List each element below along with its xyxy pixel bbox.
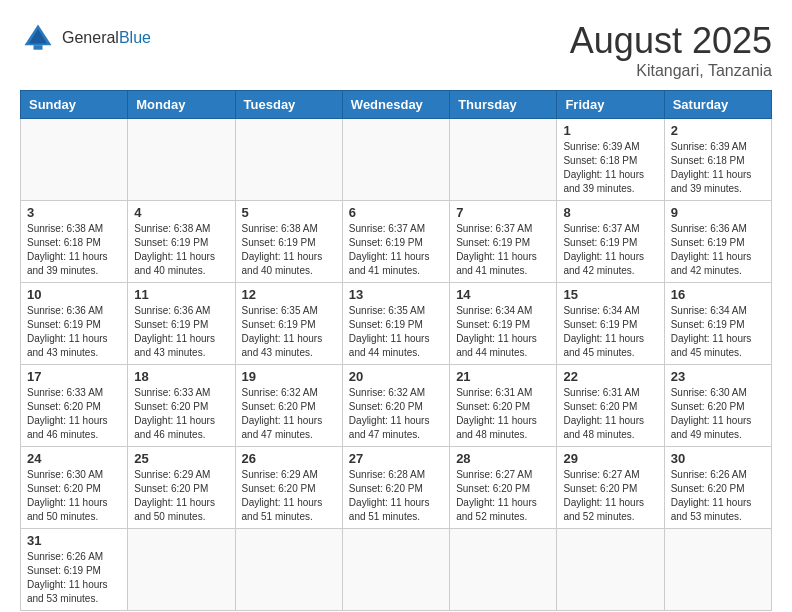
day-number: 20 xyxy=(349,369,443,384)
day-number: 27 xyxy=(349,451,443,466)
calendar-cell: 31Sunrise: 6:26 AMSunset: 6:19 PMDayligh… xyxy=(21,529,128,611)
calendar-cell: 3Sunrise: 6:38 AMSunset: 6:18 PMDaylight… xyxy=(21,201,128,283)
day-info: Sunrise: 6:34 AMSunset: 6:19 PMDaylight:… xyxy=(563,304,657,360)
day-info: Sunrise: 6:34 AMSunset: 6:19 PMDaylight:… xyxy=(671,304,765,360)
day-number: 25 xyxy=(134,451,228,466)
calendar-cell: 7Sunrise: 6:37 AMSunset: 6:19 PMDaylight… xyxy=(450,201,557,283)
calendar-cell: 27Sunrise: 6:28 AMSunset: 6:20 PMDayligh… xyxy=(342,447,449,529)
day-number: 29 xyxy=(563,451,657,466)
day-info: Sunrise: 6:33 AMSunset: 6:20 PMDaylight:… xyxy=(27,386,121,442)
calendar-table: SundayMondayTuesdayWednesdayThursdayFrid… xyxy=(20,90,772,611)
calendar-cell: 25Sunrise: 6:29 AMSunset: 6:20 PMDayligh… xyxy=(128,447,235,529)
calendar-cell xyxy=(235,119,342,201)
calendar-cell xyxy=(235,529,342,611)
logo-icon xyxy=(20,20,56,56)
day-info: Sunrise: 6:36 AMSunset: 6:19 PMDaylight:… xyxy=(134,304,228,360)
day-number: 12 xyxy=(242,287,336,302)
calendar-cell: 20Sunrise: 6:32 AMSunset: 6:20 PMDayligh… xyxy=(342,365,449,447)
day-number: 22 xyxy=(563,369,657,384)
day-number: 11 xyxy=(134,287,228,302)
calendar-cell: 14Sunrise: 6:34 AMSunset: 6:19 PMDayligh… xyxy=(450,283,557,365)
calendar-cell: 30Sunrise: 6:26 AMSunset: 6:20 PMDayligh… xyxy=(664,447,771,529)
calendar-cell xyxy=(664,529,771,611)
calendar-header: SundayMondayTuesdayWednesdayThursdayFrid… xyxy=(21,91,772,119)
day-info: Sunrise: 6:28 AMSunset: 6:20 PMDaylight:… xyxy=(349,468,443,524)
day-info: Sunrise: 6:38 AMSunset: 6:18 PMDaylight:… xyxy=(27,222,121,278)
day-info: Sunrise: 6:26 AMSunset: 6:20 PMDaylight:… xyxy=(671,468,765,524)
day-info: Sunrise: 6:37 AMSunset: 6:19 PMDaylight:… xyxy=(456,222,550,278)
weekday-header-row: SundayMondayTuesdayWednesdayThursdayFrid… xyxy=(21,91,772,119)
day-number: 5 xyxy=(242,205,336,220)
day-info: Sunrise: 6:26 AMSunset: 6:19 PMDaylight:… xyxy=(27,550,121,606)
day-info: Sunrise: 6:36 AMSunset: 6:19 PMDaylight:… xyxy=(671,222,765,278)
day-info: Sunrise: 6:34 AMSunset: 6:19 PMDaylight:… xyxy=(456,304,550,360)
calendar-cell: 5Sunrise: 6:38 AMSunset: 6:19 PMDaylight… xyxy=(235,201,342,283)
calendar-cell: 26Sunrise: 6:29 AMSunset: 6:20 PMDayligh… xyxy=(235,447,342,529)
weekday-header-wednesday: Wednesday xyxy=(342,91,449,119)
calendar-cell: 24Sunrise: 6:30 AMSunset: 6:20 PMDayligh… xyxy=(21,447,128,529)
day-number: 2 xyxy=(671,123,765,138)
calendar-cell xyxy=(342,529,449,611)
day-number: 18 xyxy=(134,369,228,384)
day-number: 26 xyxy=(242,451,336,466)
day-number: 9 xyxy=(671,205,765,220)
weekday-header-tuesday: Tuesday xyxy=(235,91,342,119)
calendar-cell: 2Sunrise: 6:39 AMSunset: 6:18 PMDaylight… xyxy=(664,119,771,201)
day-info: Sunrise: 6:39 AMSunset: 6:18 PMDaylight:… xyxy=(671,140,765,196)
calendar-cell: 13Sunrise: 6:35 AMSunset: 6:19 PMDayligh… xyxy=(342,283,449,365)
calendar-cell: 17Sunrise: 6:33 AMSunset: 6:20 PMDayligh… xyxy=(21,365,128,447)
calendar-cell xyxy=(21,119,128,201)
calendar-cell: 8Sunrise: 6:37 AMSunset: 6:19 PMDaylight… xyxy=(557,201,664,283)
day-number: 17 xyxy=(27,369,121,384)
day-number: 8 xyxy=(563,205,657,220)
day-info: Sunrise: 6:30 AMSunset: 6:20 PMDaylight:… xyxy=(671,386,765,442)
day-info: Sunrise: 6:31 AMSunset: 6:20 PMDaylight:… xyxy=(563,386,657,442)
day-info: Sunrise: 6:33 AMSunset: 6:20 PMDaylight:… xyxy=(134,386,228,442)
day-number: 21 xyxy=(456,369,550,384)
day-info: Sunrise: 6:32 AMSunset: 6:20 PMDaylight:… xyxy=(242,386,336,442)
weekday-header-monday: Monday xyxy=(128,91,235,119)
calendar-cell: 18Sunrise: 6:33 AMSunset: 6:20 PMDayligh… xyxy=(128,365,235,447)
calendar-cell: 23Sunrise: 6:30 AMSunset: 6:20 PMDayligh… xyxy=(664,365,771,447)
logo-general-text: General xyxy=(62,29,119,46)
calendar-cell: 12Sunrise: 6:35 AMSunset: 6:19 PMDayligh… xyxy=(235,283,342,365)
weekday-header-friday: Friday xyxy=(557,91,664,119)
day-info: Sunrise: 6:37 AMSunset: 6:19 PMDaylight:… xyxy=(563,222,657,278)
calendar-week-row: 31Sunrise: 6:26 AMSunset: 6:19 PMDayligh… xyxy=(21,529,772,611)
title-block: August 2025 Kitangari, Tanzania xyxy=(570,20,772,80)
day-number: 23 xyxy=(671,369,765,384)
calendar-cell: 19Sunrise: 6:32 AMSunset: 6:20 PMDayligh… xyxy=(235,365,342,447)
calendar-week-row: 24Sunrise: 6:30 AMSunset: 6:20 PMDayligh… xyxy=(21,447,772,529)
calendar-week-row: 3Sunrise: 6:38 AMSunset: 6:18 PMDaylight… xyxy=(21,201,772,283)
calendar-cell: 21Sunrise: 6:31 AMSunset: 6:20 PMDayligh… xyxy=(450,365,557,447)
weekday-header-sunday: Sunday xyxy=(21,91,128,119)
calendar-body: 1Sunrise: 6:39 AMSunset: 6:18 PMDaylight… xyxy=(21,119,772,611)
calendar-cell xyxy=(557,529,664,611)
day-number: 31 xyxy=(27,533,121,548)
calendar-week-row: 17Sunrise: 6:33 AMSunset: 6:20 PMDayligh… xyxy=(21,365,772,447)
day-number: 14 xyxy=(456,287,550,302)
day-info: Sunrise: 6:27 AMSunset: 6:20 PMDaylight:… xyxy=(563,468,657,524)
day-info: Sunrise: 6:36 AMSunset: 6:19 PMDaylight:… xyxy=(27,304,121,360)
day-number: 16 xyxy=(671,287,765,302)
calendar-cell: 16Sunrise: 6:34 AMSunset: 6:19 PMDayligh… xyxy=(664,283,771,365)
page-header: GeneralBlue August 2025 Kitangari, Tanza… xyxy=(20,20,772,80)
calendar-cell: 22Sunrise: 6:31 AMSunset: 6:20 PMDayligh… xyxy=(557,365,664,447)
calendar-week-row: 10Sunrise: 6:36 AMSunset: 6:19 PMDayligh… xyxy=(21,283,772,365)
day-info: Sunrise: 6:27 AMSunset: 6:20 PMDaylight:… xyxy=(456,468,550,524)
calendar-cell: 11Sunrise: 6:36 AMSunset: 6:19 PMDayligh… xyxy=(128,283,235,365)
day-number: 3 xyxy=(27,205,121,220)
calendar-cell: 28Sunrise: 6:27 AMSunset: 6:20 PMDayligh… xyxy=(450,447,557,529)
calendar-cell: 9Sunrise: 6:36 AMSunset: 6:19 PMDaylight… xyxy=(664,201,771,283)
day-info: Sunrise: 6:32 AMSunset: 6:20 PMDaylight:… xyxy=(349,386,443,442)
day-info: Sunrise: 6:38 AMSunset: 6:19 PMDaylight:… xyxy=(134,222,228,278)
svg-rect-2 xyxy=(34,45,43,50)
day-number: 6 xyxy=(349,205,443,220)
calendar-cell: 15Sunrise: 6:34 AMSunset: 6:19 PMDayligh… xyxy=(557,283,664,365)
day-number: 24 xyxy=(27,451,121,466)
weekday-header-saturday: Saturday xyxy=(664,91,771,119)
calendar-cell: 29Sunrise: 6:27 AMSunset: 6:20 PMDayligh… xyxy=(557,447,664,529)
day-info: Sunrise: 6:35 AMSunset: 6:19 PMDaylight:… xyxy=(242,304,336,360)
day-info: Sunrise: 6:38 AMSunset: 6:19 PMDaylight:… xyxy=(242,222,336,278)
calendar-cell xyxy=(342,119,449,201)
